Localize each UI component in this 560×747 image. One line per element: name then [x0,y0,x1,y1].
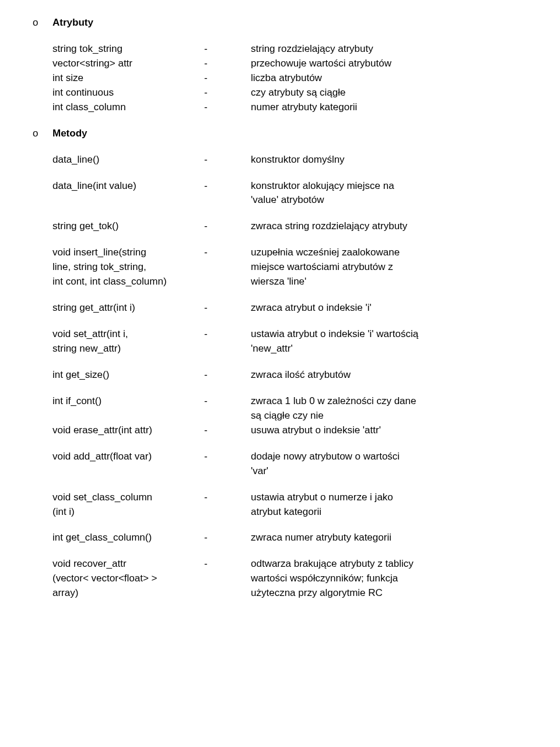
method-line: data_line(int value)-konstruktor alokują… [52,180,525,193]
method-description: atrybut kategorii [251,506,525,519]
method-line: data_line()-konstruktor domyślny [52,153,525,167]
method-line: int if_cont()-zwraca 1 lub 0 w zależnośc… [52,395,525,408]
dash-separator: - [204,531,251,545]
method-description: konstruktor domyślny [251,153,525,167]
dash-separator [204,342,251,356]
attributes-heading: o Atrybuty [33,16,525,30]
method-name: int if_cont() [52,395,204,408]
method-row: void insert_line(string-uzupełnia wcześn… [52,246,525,289]
attribute-name: int continuous [52,86,204,100]
method-line: int get_size()-zwraca ilość atrybutów [52,369,525,382]
dash-separator [204,194,251,207]
method-line: int cont, int class_column)wiersza 'line… [52,275,525,289]
method-name: void set_attr(int i, [52,328,204,341]
method-name: void recover_attr [52,557,204,571]
attribute-row: int size-liczba atrybutów [52,72,525,85]
method-name: void insert_line(string [52,246,204,259]
attribute-row: int class_column-numer atrybuty kategori… [52,101,525,114]
dash-separator [204,261,251,274]
method-line: 'value' atrybotów [52,194,525,207]
method-name: data_line() [52,153,204,167]
attributes-heading-label: Atrybuty [52,16,93,30]
method-line: array)użyteczna przy algorytmie RC [52,587,525,600]
method-row: void set_attr(int i,-ustawia atrybut o i… [52,328,525,356]
method-line: są ciągłe czy nie [52,409,525,423]
attribute-name: int size [52,72,204,85]
attribute-description: czy atrybuty są ciągłe [251,86,525,100]
method-line: void set_attr(int i,-ustawia atrybut o i… [52,328,525,341]
method-row: string get_tok()-zwraca string rozdziela… [52,220,525,233]
bullet-icon: o [33,127,52,141]
method-line: string get_tok()-zwraca string rozdziela… [52,220,525,233]
method-name: int get_size() [52,369,204,382]
method-line: int get_class_column()-zwraca numer atry… [52,531,525,545]
method-name: string get_attr(int i) [52,301,204,315]
method-name [52,194,204,207]
method-description: miejsce wartościami atrybutów z [251,261,525,274]
dash-separator: - [204,369,251,382]
method-description: zwraca ilość atrybutów [251,369,525,382]
dash-separator: - [204,395,251,408]
method-line: 'var' [52,465,525,478]
method-name: array) [52,587,204,600]
method-row: string get_attr(int i)-zwraca atrybut o … [52,301,525,315]
attribute-description: numer atrybuty kategorii [251,101,525,114]
method-description: uzupełnia wcześniej zaalokowane [251,246,525,259]
attribute-row: string tok_string-string rozdzielający a… [52,43,525,56]
dash-separator: - [204,180,251,193]
method-row: int if_cont()-zwraca 1 lub 0 w zależnośc… [52,395,525,437]
dash-separator [204,275,251,289]
method-line: void erase_attr(int attr)-usuwa atrybut … [52,424,525,437]
method-name: string new_attr) [52,342,204,356]
attributes-table: string tok_string-string rozdzielający a… [52,43,525,114]
method-name: data_line(int value) [52,180,204,193]
attribute-description: string rozdzielający atrybuty [251,43,525,56]
method-description: są ciągłe czy nie [251,409,525,423]
method-line: string get_attr(int i)-zwraca atrybut o … [52,301,525,315]
method-name: int get_class_column() [52,531,204,545]
method-name: int cont, int class_column) [52,275,204,289]
bullet-icon: o [33,16,52,30]
methods-heading: o Metody [33,127,525,141]
method-row: data_line(int value)-konstruktor alokują… [52,180,525,208]
dash-separator: - [204,491,251,504]
method-name [52,465,204,478]
method-description: usuwa atrybut o indeksie 'attr' [251,424,525,437]
attribute-name: vector<string> attr [52,57,204,71]
method-description: konstruktor alokujący miejsce na [251,180,525,193]
dash-separator: - [204,220,251,233]
method-description: ustawia atrybut o indeksie 'i' wartością [251,328,525,341]
method-description: zwraca atrybut o indeksie 'i' [251,301,525,315]
method-description: 'var' [251,465,525,478]
dash-separator: - [204,101,251,114]
method-line: void add_attr(float var)-dodaje nowy atr… [52,450,525,464]
method-row: void add_attr(float var)-dodaje nowy atr… [52,450,525,478]
method-row: data_line()-konstruktor domyślny [52,153,525,167]
dash-separator [204,506,251,519]
method-description: zwraca numer atrybuty kategorii [251,531,525,545]
method-line: void insert_line(string-uzupełnia wcześn… [52,246,525,259]
method-description: ustawia atrybut o numerze i jako [251,491,525,504]
dash-separator: - [204,246,251,259]
method-line: string new_attr)'new_attr' [52,342,525,356]
dash-separator: - [204,301,251,315]
method-row: int get_size()-zwraca ilość atrybutów [52,369,525,382]
dash-separator [204,409,251,423]
method-description: dodaje nowy atrybutow o wartości [251,450,525,464]
dash-separator: - [204,86,251,100]
method-name: void set_class_column [52,491,204,504]
method-description: zwraca string rozdzielający atrybuty [251,220,525,233]
method-row: int get_class_column()-zwraca numer atry… [52,531,525,545]
attribute-description: liczba atrybutów [251,72,525,85]
method-description: wartości współczynników; funkcja [251,572,525,585]
method-description: zwraca 1 lub 0 w zależności czy dane [251,395,525,408]
dash-separator: - [204,43,251,56]
attribute-row: int continuous-czy atrybuty są ciągłe [52,86,525,100]
dash-separator: - [204,153,251,167]
method-row: void set_class_column-ustawia atrybut o … [52,491,525,519]
method-description: 'value' atrybotów [251,194,525,207]
method-line: (int i)atrybut kategorii [52,506,525,519]
method-name: line, string tok_string, [52,261,204,274]
methods-heading-label: Metody [52,127,88,141]
method-name: void erase_attr(int attr) [52,424,204,437]
